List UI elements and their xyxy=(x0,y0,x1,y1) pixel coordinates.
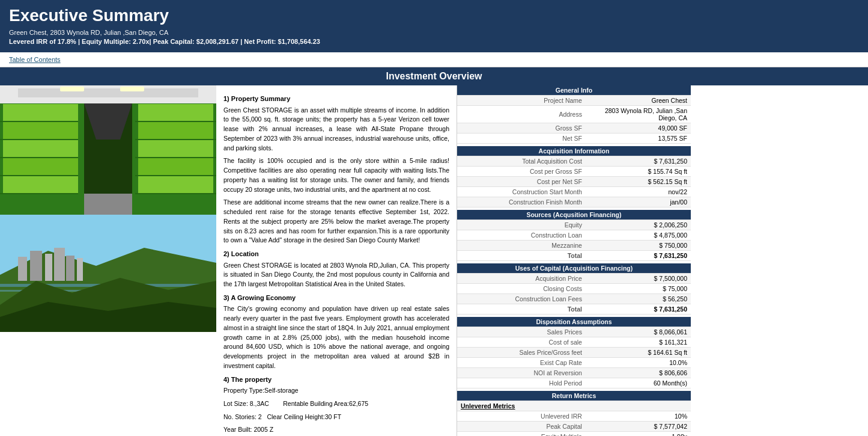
svg-rect-24 xyxy=(138,104,213,121)
property-lot: Lot Size: 8.,3AC Rentable Building Area:… xyxy=(223,399,449,409)
return-row-2: Equity Multiple 1.98x xyxy=(457,432,691,437)
return-row-1: Peak Capital $ 7,577,042 xyxy=(457,422,691,432)
src-row-total: Total $ 7,631,250 xyxy=(457,251,691,261)
location-heading: 2) Location xyxy=(223,249,449,259)
acq-row-4: Construction Finish Month jan/00 xyxy=(457,197,691,207)
svg-rect-19 xyxy=(3,104,78,121)
text-block: 1) Property Summary Green Chest STORAGE … xyxy=(216,85,457,436)
svg-rect-27 xyxy=(138,158,213,175)
toc-link[interactable]: Table of Contents xyxy=(9,56,61,63)
src-row-1: Construction Loan $ 4,875,000 xyxy=(457,230,691,241)
src-row-2: Mezzanine $ 750,000 xyxy=(457,241,691,251)
disp-row-5: Hold Period 60 Month(s) xyxy=(457,378,691,388)
svg-rect-2 xyxy=(18,88,198,97)
svg-rect-34 xyxy=(45,254,52,281)
return-unlevered-label: Unlevered Metrics xyxy=(457,401,691,411)
return-metrics-table: Return Metrics Unlevered Metrics Unlever… xyxy=(457,391,691,436)
property-heading: 4) The property xyxy=(223,375,449,385)
economy-heading: 3) A Growing Economy xyxy=(223,293,449,303)
svg-rect-21 xyxy=(3,140,78,157)
city-image-svg xyxy=(0,215,216,332)
svg-rect-22 xyxy=(3,158,78,175)
uses-row-2: Construction Loan Fees $ 56,250 xyxy=(457,294,691,304)
general-info-row-3: Net SF 13,575 SF xyxy=(457,134,691,144)
property-summary-para2: The facility is 100% occupied and is the… xyxy=(223,156,449,194)
uses-row-total: Total $ 7,631,250 xyxy=(457,304,691,315)
sources-financing-header: Sources (Acqusition Financing) xyxy=(457,210,691,220)
property-summary-para1: Green Chest STORAGE is an asset with mul… xyxy=(223,106,449,153)
acq-row-2: Cost per Net SF $ 562.15 Sq ft xyxy=(457,177,691,187)
general-info-row-0: Project Name Green Chest xyxy=(457,96,691,106)
svg-rect-25 xyxy=(138,122,213,139)
uses-capital-header: Uses of Capital (Acquisition Financing) xyxy=(457,263,691,274)
general-info-header: General Info xyxy=(457,85,691,96)
svg-rect-36 xyxy=(66,256,74,281)
property-year: Year Built: 2005 Z xyxy=(223,425,449,435)
storage-image xyxy=(0,85,216,215)
location-para: Green Chest STORAGE is located at 2803 W… xyxy=(223,261,449,289)
main-content: 1) Property Summary Green Chest STORAGE … xyxy=(0,85,868,436)
acquisition-info-table: Acquisition Information Total Acquisitio… xyxy=(457,146,691,207)
economy-para: The City's growing economy and populatio… xyxy=(223,304,449,370)
disposition-table: Disposition Assumptions Sales Prices $ 8… xyxy=(457,317,691,388)
svg-rect-7 xyxy=(84,194,132,215)
header: Executive Summary Green Chest, 2803 Wyno… xyxy=(0,0,868,52)
svg-rect-20 xyxy=(3,122,78,139)
toc-bar: Table of Contents xyxy=(0,52,868,67)
company-info: Green Chest, 2803 Wynola RD, Julian ,San… xyxy=(9,29,859,36)
property-stories: No. Stories: 2 Clear Ceiling Height:30 F… xyxy=(223,413,449,422)
uses-row-1: Closing Costs $ 75,000 xyxy=(457,284,691,294)
uses-row-0: Acquisition Price $ 7,500,000 xyxy=(457,274,691,284)
key-metrics: Levered IRR of 17.8% | Equity Multiple: … xyxy=(9,38,859,45)
svg-rect-23 xyxy=(3,176,78,193)
general-info-row-2: Gross SF 49,000 SF xyxy=(457,123,691,134)
storage-corridor-svg xyxy=(0,85,216,215)
svg-rect-35 xyxy=(54,248,65,281)
acq-row-1: Cost per Gross SF $ 155.74 Sq ft xyxy=(457,167,691,177)
page-title: Executive Summary xyxy=(9,6,859,25)
general-info-table: General Info Project Name Green Chest Ad… xyxy=(457,85,691,144)
property-type: Property Type:Self-storage xyxy=(223,386,449,396)
acquisition-info-header: Acquisition Information xyxy=(457,146,691,156)
svg-rect-4 xyxy=(120,87,144,91)
svg-rect-32 xyxy=(18,257,27,281)
images-block xyxy=(0,85,216,332)
svg-rect-37 xyxy=(77,258,83,281)
disp-row-3: Exist Cap Rate 10.0% xyxy=(457,358,691,368)
property-summary-para3: These are additional income streams that… xyxy=(223,198,449,245)
general-info-row-1: Address 2803 Wynola RD, Julian ,San Dieg… xyxy=(457,106,691,123)
return-row-0: Unlevered IRR 10% xyxy=(457,411,691,422)
storage-corridor-decoration xyxy=(0,85,216,215)
acq-row-3: Construction Start Month nov/22 xyxy=(457,187,691,197)
svg-rect-3 xyxy=(60,87,84,91)
disp-row-4: NOI at Reversion $ 806,606 xyxy=(457,368,691,378)
return-metrics-header: Return Metrics xyxy=(457,391,691,401)
city-image xyxy=(0,215,216,332)
uses-capital-table: Uses of Capital (Acquisition Financing) … xyxy=(457,263,691,315)
disp-row-2: Sales Price/Gross feet $ 164.61 Sq ft xyxy=(457,348,691,358)
svg-rect-33 xyxy=(30,251,42,281)
investment-overview-title: Investment Overview xyxy=(0,67,868,85)
disp-row-0: Sales Prices $ 8,066,061 xyxy=(457,327,691,337)
property-summary-heading: 1) Property Summary xyxy=(223,94,449,104)
src-row-0: Equity $ 2,006,250 xyxy=(457,220,691,230)
disposition-header: Disposition Assumptions xyxy=(457,317,691,327)
disp-row-1: Cost of sale $ 161,321 xyxy=(457,337,691,348)
sources-financing-table: Sources (Acqusition Financing) Equity $ … xyxy=(457,210,691,261)
text-image-area: 1) Property Summary Green Chest STORAGE … xyxy=(0,85,457,436)
acq-row-0: Total Acquisition Cost $ 7,631,250 xyxy=(457,156,691,167)
right-panel: General Info Project Name Green Chest Ad… xyxy=(457,85,691,436)
svg-rect-26 xyxy=(138,140,213,157)
svg-rect-28 xyxy=(138,176,213,193)
